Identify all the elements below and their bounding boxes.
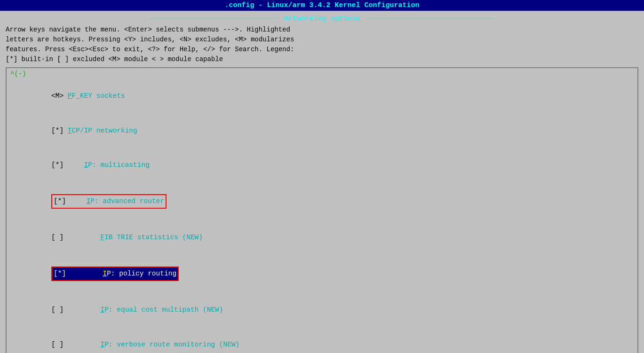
instruction-line2: letters are hotkeys. Pressing <Y> includ… <box>6 35 638 45</box>
list-item[interactable]: <M> PF_KEY sockets <box>10 78 634 113</box>
list-item[interactable]: [ ] FIB TRIE statistics (NEW) <box>10 220 634 255</box>
menu-box: ^(-) <M> PF_KEY sockets [*] TCP/IP netwo… <box>6 67 638 353</box>
instruction-line3: features. Press <Esc><Esc> to exit, <?> … <box>6 45 638 55</box>
list-item[interactable]: [ ] IP: verbose route monitoring (NEW) <box>10 327 634 353</box>
list-item[interactable]: [*] IP: policy routing <box>10 255 634 293</box>
title-bar: .config - Linux/arm 3.4.2 Kernel Configu… <box>0 0 644 11</box>
instruction-line4: [*] built-in [ ] excluded <M> module < >… <box>6 55 638 64</box>
list-item[interactable]: [*] IP: advanced router <box>10 183 634 220</box>
instruction-line1: Arrow keys navigate the menu. <Enter> se… <box>6 25 638 35</box>
list-item[interactable]: [ ] IP: equal cost multipath (NEW) <box>10 293 634 328</box>
instruction-text: Arrow keys navigate the menu. <Enter> se… <box>6 25 638 64</box>
section-title-text: Networking options <box>284 15 360 23</box>
section-title: ─────────────────────────────── Networki… <box>6 15 638 23</box>
main-container: ─────────────────────────────── Networki… <box>0 11 644 353</box>
scroll-indicator-top: ^(-) <box>10 70 634 78</box>
title-text: .config - Linux/arm 3.4.2 Kernel Configu… <box>224 1 419 9</box>
list-item[interactable]: [*] IP: multicasting <box>10 148 634 183</box>
list-item[interactable]: [*] TCP/IP networking <box>10 113 634 148</box>
